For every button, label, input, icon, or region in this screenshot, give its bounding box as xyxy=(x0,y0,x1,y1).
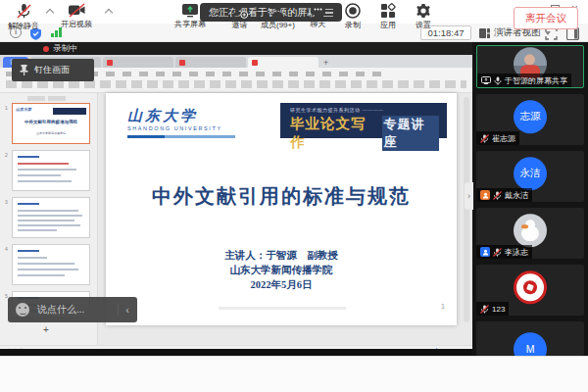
banner-main-white: 专题讲座 xyxy=(382,116,440,151)
slide-page-number: 1 xyxy=(441,303,445,310)
slide-date: 2022年5月6日 xyxy=(106,277,457,292)
record-icon xyxy=(345,3,361,19)
slide-thumbnail-3[interactable]: 3 xyxy=(12,197,90,238)
gear-icon xyxy=(416,3,431,19)
wps-doc-icon xyxy=(107,60,113,66)
members-icon xyxy=(270,3,285,19)
participant-tile[interactable]: 志源 崔志源 xyxy=(476,94,584,145)
pin-tooltip-label: 钉住画面 xyxy=(34,64,70,76)
meeting-toolbar xyxy=(0,356,588,392)
emoji-icon[interactable] xyxy=(16,303,29,317)
participant-name-bar: 戴永洁 xyxy=(476,188,532,202)
unmute-button[interactable]: 解除静音 xyxy=(8,3,39,31)
participant-name: 李泳志 xyxy=(505,247,528,258)
slide-footer-text xyxy=(219,307,346,310)
screen-bottom-strip xyxy=(0,349,472,356)
screen-share-icon xyxy=(481,76,491,84)
wps-document-tab[interactable] xyxy=(103,57,173,68)
wps-document-tab[interactable] xyxy=(175,57,246,68)
ribbon-icon-row xyxy=(6,80,466,88)
logo-underline xyxy=(127,135,235,138)
slide-scrollbar[interactable] xyxy=(464,97,469,322)
participant-name: 123 xyxy=(492,305,505,314)
presentation-slide: 山东大学 SHANDONG UNIVERSITY 研究生学术能力提升系列活动 毕… xyxy=(106,93,457,325)
slide-title: 中外文献引用的标准与规范 xyxy=(106,183,457,210)
thumb-banner xyxy=(53,108,86,115)
mic-muted-icon xyxy=(493,191,502,200)
share-screen-button[interactable]: 共享屏幕 xyxy=(174,3,206,29)
slide-thumbnail-2[interactable]: 2 xyxy=(12,150,90,191)
university-logo-cn: 山东大学 xyxy=(127,107,198,125)
chat-input-placeholder[interactable]: 说点什么... xyxy=(37,303,110,317)
recording-indicator-bar: 录制中 xyxy=(0,42,472,55)
chat-icon xyxy=(310,3,326,18)
settings-button[interactable]: 设置 xyxy=(416,3,431,30)
members-button[interactable]: 成员(99+) xyxy=(261,3,295,30)
host-badge-icon xyxy=(480,190,490,200)
invite-button[interactable]: 邀请 xyxy=(231,3,248,30)
wps-new-tab-button[interactable]: + xyxy=(320,58,331,68)
mic-on-icon xyxy=(494,76,502,85)
slide-affiliation: 山东大学新闻传播学院 xyxy=(106,263,457,277)
thumb-number: 1 xyxy=(5,105,8,111)
mic-muted-icon xyxy=(480,305,489,314)
slide-speaker: 主讲人：于智源 副教授 xyxy=(106,248,457,263)
chat-button[interactable]: 聊天 xyxy=(310,3,326,29)
banner-series-label: 研究生学术能力提升系列活动 xyxy=(290,107,439,113)
cohost-badge-icon xyxy=(480,247,490,257)
participant-tile[interactable]: M xyxy=(476,321,584,356)
slide-speaker-block: 主讲人：于智源 副教授 山东大学新闻传播学院 2022年5月6日 xyxy=(106,248,457,293)
participant-name: 戴永洁 xyxy=(505,190,528,201)
sidebar-collapse-handle[interactable]: › xyxy=(465,182,473,210)
lecture-series-banner: 研究生学术能力提升系列活动 毕业论文写作 专题讲座 xyxy=(280,103,447,138)
participant-tile-sharer[interactable]: 于智源的屏幕共享 xyxy=(476,45,584,88)
mic-muted-icon xyxy=(493,248,502,257)
add-slide-button[interactable]: + xyxy=(43,324,49,335)
participant-name-bar: 李泳志 xyxy=(476,245,532,259)
avatar: M xyxy=(514,332,547,356)
thumb-number: 4 xyxy=(5,246,8,252)
network-signal-icon xyxy=(51,27,62,37)
participant-tile[interactable]: 李泳志 xyxy=(476,208,584,259)
apps-button[interactable]: 应用 xyxy=(380,3,396,30)
speaker-view-icon xyxy=(479,28,490,38)
thumb-logo: 山东大学 xyxy=(16,107,31,112)
participant-name-bar: 123 xyxy=(476,302,509,316)
mic-muted-icon xyxy=(480,134,489,143)
pin-screen-tooltip: 钉住画面 xyxy=(12,59,94,81)
start-video-button[interactable]: 开启视频 xyxy=(61,3,92,29)
apps-grid-icon xyxy=(380,3,396,19)
leave-meeting-button[interactable]: 离开会议 xyxy=(514,7,578,29)
university-logo-en: SHANDONG UNIVERSITY xyxy=(127,125,222,131)
panel-view-tabs[interactable] xyxy=(27,96,66,101)
slide-thumbnail-4[interactable]: 4 xyxy=(12,244,90,285)
participant-name-bar: 崔志源 xyxy=(476,131,519,145)
share-screen-icon xyxy=(181,3,199,18)
recording-dot-icon xyxy=(43,46,49,52)
invite-icon xyxy=(231,3,248,19)
camera-off-icon xyxy=(68,3,86,18)
wps-active-document-tab[interactable] xyxy=(248,57,318,68)
participant-name: 于智源的屏幕共享 xyxy=(505,75,567,86)
participant-tile[interactable]: 永洁 戴永洁 xyxy=(476,151,584,202)
quick-chat-bar[interactable]: 说点什么... ‹ xyxy=(8,297,137,322)
wps-doc-icon xyxy=(179,60,185,66)
avatar: 志源 xyxy=(514,100,547,133)
mic-off-icon xyxy=(16,3,32,20)
avatar xyxy=(514,214,547,247)
chat-collapse-icon[interactable]: ‹ xyxy=(118,304,129,316)
thumb-title: 中外文献引用的标准与规范 xyxy=(13,120,89,124)
shared-screen-view: 录制中 首页 + 钉住画面 1 山东大学 中外文献引用的标准与规范 山东大学新闻… xyxy=(0,42,472,356)
participant-tile[interactable]: 123 xyxy=(476,265,584,316)
banner-main-yellow: 毕业论文写作 xyxy=(290,115,379,152)
avatar: 永洁 xyxy=(514,157,547,190)
participant-name: 崔志源 xyxy=(492,133,515,144)
record-button[interactable]: 录制 xyxy=(345,3,361,30)
pin-icon xyxy=(20,65,28,75)
thumb-subtitle: 山东大学新闻传播学院 xyxy=(13,131,89,135)
thumb-number: 2 xyxy=(5,152,8,158)
avatar xyxy=(514,270,547,304)
participant-name-bar: 于智源的屏幕共享 xyxy=(477,74,571,87)
recording-label: 录制中 xyxy=(53,43,78,55)
slide-thumbnail-1[interactable]: 1 山东大学 中外文献引用的标准与规范 山东大学新闻传播学院 xyxy=(12,103,90,144)
